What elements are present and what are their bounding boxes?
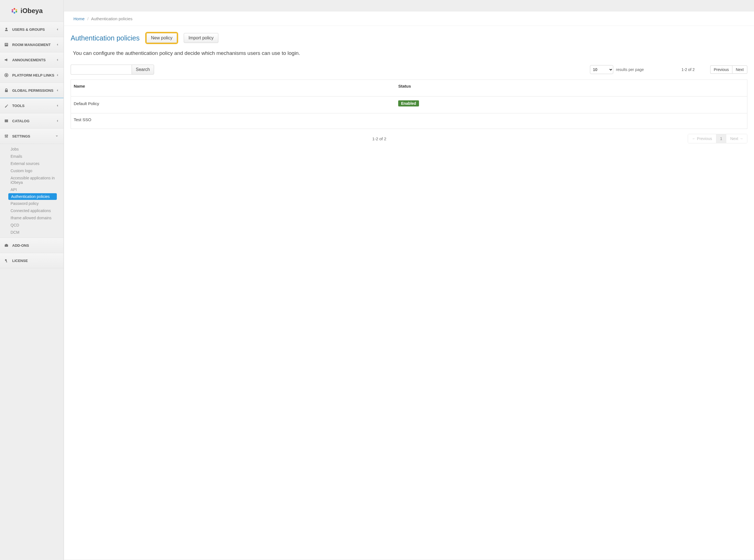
breadcrumb: Home / Authentication policies [64,12,754,26]
svg-rect-15 [5,90,8,92]
svg-point-2 [16,11,17,13]
sidebar: iObeya USERS & GROUPS ROOM MANAGEMENT AN… [0,0,64,560]
cell-status [395,113,747,129]
nav-global-permissions[interactable]: GLOBAL PERMISSIONS [0,83,63,98]
svg-rect-7 [5,43,6,44]
subnav-qcd[interactable]: QCD [0,221,63,229]
subnav-custom-logo[interactable]: Custom logo [0,167,63,174]
nav-label: ANNOUNCEMENTS [12,58,46,62]
page-description: You can configure the authentication pol… [64,45,754,64]
nav-label: TOOLS [12,104,25,108]
nav-announcements[interactable]: ANNOUNCEMENTS [0,53,63,68]
nav-license[interactable]: LICENSE [0,253,63,268]
footer-pagination: ← Previous 1 Next → [688,134,747,143]
help-icon [4,73,9,78]
page-title: Authentication policies [71,34,140,42]
status-badge: Enabled [398,100,419,106]
col-status: Status [395,80,747,97]
svg-rect-17 [6,135,7,138]
svg-rect-11 [6,44,7,45]
sliders-icon [4,134,9,139]
nav-platform-help[interactable]: PLATFORM HELP LINKS [0,68,63,83]
collapse-arrow-icon [57,120,58,122]
svg-rect-22 [5,244,8,247]
nav-label: CATALOG [12,119,29,123]
breadcrumb-current: Authentication policies [91,16,133,21]
new-policy-button[interactable]: New policy [146,33,177,43]
nav-label: ADD-ONS [12,243,29,247]
svg-point-0 [14,8,15,10]
collapse-arrow-icon [57,28,58,31]
collapse-arrow-icon [57,74,58,76]
svg-point-4 [12,11,13,13]
subnav-auth-policies[interactable]: Authentication policies [8,193,57,200]
collapse-arrow-icon [57,104,58,107]
lock-icon [4,88,9,93]
footer-range: 1-2 of 2 [71,136,688,141]
brand-name: iObeya [21,7,43,15]
svg-rect-10 [5,44,6,45]
subnav-iframe-domains[interactable]: Iframe allowed domains [0,214,63,221]
nav-label: SETTINGS [12,134,30,138]
footer-page-1[interactable]: 1 [716,134,726,143]
subnav-api[interactable]: API [0,186,63,193]
next-button[interactable]: Next [732,65,747,74]
expand-arrow-icon [56,136,58,137]
subnav-dcm[interactable]: DCM [0,229,63,236]
nav-room-management[interactable]: ROOM MANAGEMENT [0,37,63,53]
results-range: 1-2 of 2 [681,67,694,72]
svg-rect-18 [7,135,8,138]
collapse-arrow-icon [57,89,58,92]
nav-label: GLOBAL PERMISSIONS [12,88,54,93]
footer-prev[interactable]: ← Previous [688,134,716,143]
svg-rect-21 [7,135,8,136]
cell-name: Test SSO [71,113,396,129]
settings-subnav: Jobs Emails External sources Custom logo… [0,144,63,238]
svg-rect-26 [6,262,7,262]
nav-addons[interactable]: ADD-ONS [0,238,63,253]
subnav-emails[interactable]: Emails [0,153,63,160]
svg-point-5 [12,9,13,11]
nav-label: USERS & GROUPS [12,27,45,32]
svg-rect-23 [5,244,7,245]
key-icon [4,258,9,263]
subnav-external-sources[interactable]: External sources [0,160,63,167]
briefcase-icon [4,243,9,248]
table-row[interactable]: Test SSO [71,113,747,129]
user-icon [4,27,9,32]
page-size-select[interactable]: 10 [590,65,613,74]
results-per-page-label: results per page [616,67,644,72]
megaphone-icon [4,57,9,62]
iobeya-logo-icon [11,7,18,14]
svg-point-1 [16,9,17,11]
search-button[interactable]: Search [131,65,154,75]
svg-rect-19 [5,135,6,136]
policies-table: Name Status Default Policy Enabled Test … [71,80,747,129]
col-name: Name [71,80,396,97]
tools-icon [4,103,9,108]
import-policy-button[interactable]: Import policy [184,33,218,43]
subnav-accessible-apps[interactable]: Accessible applications in iObeya [0,174,63,186]
search-input[interactable] [71,65,131,75]
nav-settings[interactable]: SETTINGS [0,128,63,144]
main-content: Home / Authentication policies Authentic… [64,11,754,560]
nav-tools[interactable]: TOOLS [0,98,63,113]
breadcrumb-sep: / [87,16,88,21]
svg-point-14 [6,75,7,76]
nav-label: ROOM MANAGEMENT [12,43,51,47]
building-icon [4,42,9,47]
svg-rect-8 [6,43,7,44]
breadcrumb-home[interactable]: Home [74,16,84,21]
table-row[interactable]: Default Policy Enabled [71,97,747,113]
search-group: Search [71,65,154,75]
prev-button[interactable]: Previous [710,65,732,74]
footer-next[interactable]: Next → [726,134,747,143]
nav-users-groups[interactable]: USERS & GROUPS [0,22,63,37]
nav-catalog[interactable]: CATALOG [0,113,63,128]
svg-rect-16 [5,135,5,138]
subnav-jobs[interactable]: Jobs [0,145,63,153]
subnav-connected-apps[interactable]: Connected applications [0,207,63,214]
svg-rect-20 [6,136,7,137]
subnav-password-policy[interactable]: Password policy [0,200,63,207]
nav-label: LICENSE [12,259,28,263]
